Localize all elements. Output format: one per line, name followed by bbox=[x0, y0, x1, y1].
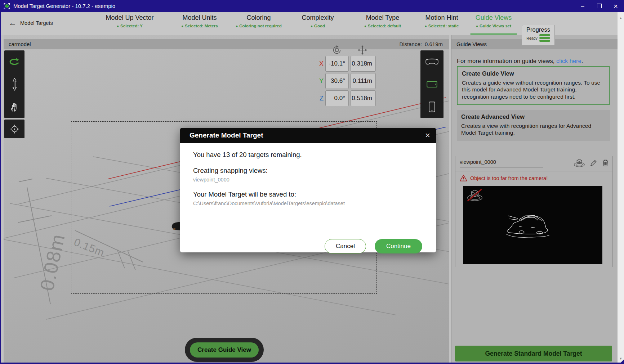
status-dot-icon: ● bbox=[181, 24, 183, 28]
translation-values-icon bbox=[358, 45, 367, 55]
snapping-views-heading: Creating snapping views: bbox=[193, 167, 423, 175]
progress-status: Ready bbox=[526, 36, 537, 40]
y-position-input[interactable]: 0.111m bbox=[351, 73, 376, 89]
status-dot-icon: ● bbox=[311, 24, 313, 28]
create-guide-view-label: Create Guide View bbox=[190, 342, 259, 358]
crosshair-icon bbox=[10, 124, 19, 134]
viewport-header: carmodel Distance: 0.619m bbox=[4, 39, 449, 49]
hand-icon bbox=[10, 102, 19, 112]
dialog-header: Generate Model Target × bbox=[180, 128, 436, 143]
maximize-button[interactable] bbox=[591, 0, 607, 12]
pan-tool-button[interactable] bbox=[7, 100, 22, 114]
top-nav-bar: ← Model Targets Model Up Vector ●Selecte… bbox=[1, 12, 618, 35]
rotation-values-icon bbox=[332, 45, 342, 55]
nav-step-model-units[interactable]: Model Units ●Selected: Meters bbox=[181, 14, 218, 35]
axis-label-y: Y bbox=[316, 73, 324, 89]
recenter-tool-button[interactable] bbox=[7, 122, 22, 136]
viewport-toolbar bbox=[4, 50, 24, 118]
edit-pencil-icon[interactable] bbox=[590, 159, 597, 167]
landscape-device-button[interactable] bbox=[425, 77, 439, 91]
card-divider bbox=[455, 171, 612, 171]
create-guide-view-option[interactable]: Create Guide View Creates a guide view w… bbox=[457, 66, 610, 105]
status-dot-icon: ● bbox=[236, 24, 238, 28]
back-to-model-targets[interactable]: ← Model Targets bbox=[9, 19, 53, 27]
status-dot-icon: ● bbox=[364, 24, 366, 28]
create-advanced-view-option[interactable]: Create Advanced View Creates a view with… bbox=[457, 110, 610, 141]
create-guide-view-button[interactable]: Create Guide View bbox=[185, 338, 264, 362]
no-guide-view-icon bbox=[466, 188, 483, 202]
status-dot-icon: ● bbox=[476, 24, 478, 28]
rotate-tool-button[interactable] bbox=[7, 54, 22, 69]
generate-model-target-dialog: Generate Model Target × You have 13 of 2… bbox=[180, 128, 436, 252]
minimize-button[interactable]: – bbox=[574, 0, 591, 12]
viewpoint-card[interactable]: viewpoint_0000 bbox=[455, 156, 613, 267]
save-location-heading: Your Model Target will be saved to: bbox=[193, 190, 423, 198]
title-bar: Model Target Generator - 10.7.2 - esempi… bbox=[0, 0, 624, 12]
z-rotation-input[interactable]: 0.0° bbox=[325, 90, 349, 106]
snapping-views-value: viewpoint_0000 bbox=[193, 177, 423, 183]
maximize-icon bbox=[597, 4, 602, 8]
guide-views-info: For more information on guide views, cli… bbox=[457, 58, 583, 64]
window-bottom-border bbox=[0, 363, 624, 364]
warning-triangle-icon bbox=[460, 175, 467, 181]
elevate-tool-button[interactable] bbox=[7, 77, 22, 91]
dialog-divider bbox=[193, 213, 423, 213]
back-arrow-icon: ← bbox=[9, 19, 17, 27]
app-icon bbox=[4, 3, 10, 9]
close-button[interactable]: × bbox=[607, 0, 624, 12]
window-resize-grip[interactable] bbox=[619, 359, 624, 364]
guide-views-panel: Guide Views For more information on guid… bbox=[451, 35, 618, 364]
viewpoint-warning: Object is too far from the camera! bbox=[460, 175, 548, 181]
window-left-border bbox=[0, 12, 1, 364]
nav-step-model-up-vector[interactable]: Model Up Vector ●Selected: Y bbox=[106, 14, 153, 35]
progress-bars-icon bbox=[539, 34, 550, 42]
ar-goggles-button[interactable] bbox=[425, 54, 439, 69]
guide-view-cube-icon[interactable] bbox=[574, 158, 585, 167]
targets-remaining-text: You have 13 of 20 targets remaining. bbox=[193, 151, 423, 159]
delete-trash-icon[interactable] bbox=[602, 159, 609, 167]
landscape-device-icon bbox=[427, 81, 437, 87]
y-rotation-input[interactable]: 30.6° bbox=[325, 73, 349, 89]
nav-step-coloring[interactable]: Coloring ●Coloring not required bbox=[236, 14, 282, 35]
distance-label: Distance: bbox=[399, 41, 422, 47]
car-wireframe bbox=[495, 205, 571, 244]
ar-goggles-icon bbox=[425, 57, 439, 66]
back-label: Model Targets bbox=[20, 20, 53, 26]
continue-button[interactable]: Continue bbox=[375, 239, 422, 253]
progress-button[interactable]: Progress Ready bbox=[522, 25, 555, 46]
nav-step-complexity[interactable]: Complexity ●Good bbox=[302, 14, 334, 35]
cancel-button[interactable]: Cancel bbox=[325, 239, 366, 253]
x-position-input[interactable]: 0.318m bbox=[351, 56, 376, 72]
device-type-panel bbox=[420, 50, 444, 118]
nav-step-guide-views[interactable]: Guide Views ●Guide Views set bbox=[476, 14, 512, 35]
axis-label-x: X bbox=[316, 56, 324, 72]
model-name: carmodel bbox=[9, 41, 31, 47]
model-target-generator-window: Model Target Generator - 10.7.2 - esempi… bbox=[0, 0, 624, 364]
viewpoint-name-input[interactable]: viewpoint_0000 bbox=[460, 159, 543, 167]
distance-value: 0.619m bbox=[425, 41, 443, 47]
scroll-up-arrow[interactable]: ▲ bbox=[618, 16, 624, 20]
x-rotation-input[interactable]: -10.1° bbox=[325, 56, 349, 72]
axis-label-z: Z bbox=[316, 90, 324, 106]
dialog-title: Generate Model Target bbox=[190, 131, 263, 139]
viewpoint-thumbnail bbox=[463, 186, 602, 264]
portrait-device-button[interactable] bbox=[425, 100, 439, 114]
window-title: Model Target Generator - 10.7.2 - esempi… bbox=[13, 3, 115, 9]
window-scrollbar[interactable]: ▲ ▼ bbox=[618, 12, 624, 364]
click-here-link[interactable]: click here bbox=[556, 58, 581, 64]
viewport-toolbar-secondary bbox=[4, 120, 24, 138]
status-dot-icon: ● bbox=[117, 24, 119, 28]
save-location-path: C:\Users\franc\Documents\Vuforia\ModelTa… bbox=[193, 201, 423, 206]
rotate-icon bbox=[9, 58, 20, 66]
status-dot-icon: ● bbox=[425, 24, 427, 28]
z-position-input[interactable]: 0.518m bbox=[351, 90, 376, 106]
generate-standard-model-target-button[interactable]: Generate Standard Model Target bbox=[455, 346, 612, 361]
vertical-arrows-icon bbox=[12, 78, 17, 91]
nav-step-model-type[interactable]: Model Type ●Selected: default bbox=[364, 14, 401, 35]
portrait-device-icon bbox=[429, 102, 435, 112]
dialog-close-button[interactable]: × bbox=[425, 131, 430, 140]
nav-step-motion-hint[interactable]: Motion Hint ●Selected: static bbox=[425, 14, 459, 35]
